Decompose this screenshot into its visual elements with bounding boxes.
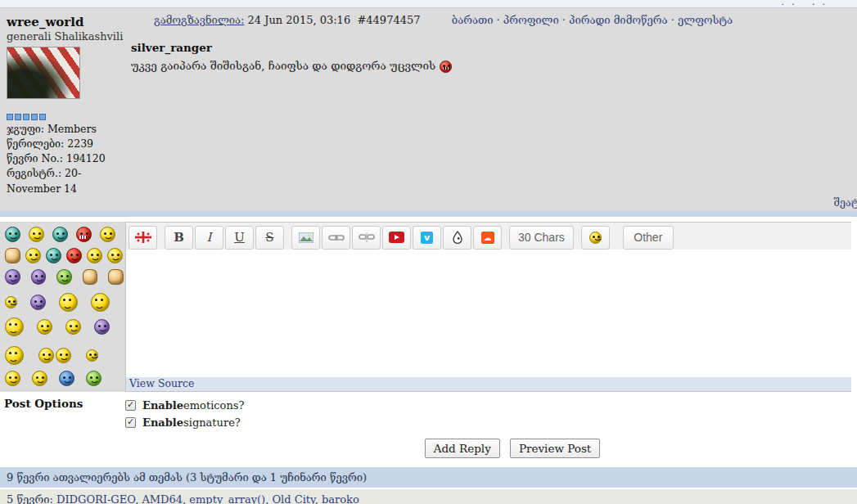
georgian-flag-button[interactable] [129,226,157,250]
emoticon-hanged[interactable] [5,346,24,365]
emoticon-cheers-b[interactable] [56,348,71,363]
emoticon-smile[interactable] [100,227,115,242]
underline-button[interactable]: U [225,226,254,250]
clipped-text-fragment: .. .. [782,0,832,7]
angry-emoji-icon [440,61,452,73]
post-author-column: wree_world generali Shalikashvili ჯგუფი:… [0,8,124,196]
emoticon-grin[interactable] [5,371,20,386]
emoticon-robot[interactable] [5,227,20,242]
emoticon-pacman[interactable] [107,248,123,263]
post-link-profile[interactable]: პროფილი [503,14,559,26]
preview-post-button[interactable]: Preview Post [510,439,600,458]
vimeo-button[interactable]: v [413,226,441,250]
viewers-bar: 9 წევრი ათვალიერებს ამ თემას (3 სტუმარი … [0,467,857,488]
view-source-row: View Source [126,377,851,391]
author-username[interactable]: wree_world [7,15,124,29]
emoticon-climber[interactable] [5,317,24,336]
add-reply-button[interactable]: Add Reply [425,439,500,458]
post-header: გამოგზავნილია: 24 Jun 2015, 03:16 #44974… [129,14,849,26]
post-date: 24 Jun 2015, 03:16 [248,14,351,26]
report-post-link[interactable]: შეატ [833,196,857,209]
youtube-icon [389,232,404,243]
author-post-count: წერილები: 2239 [7,137,124,151]
clipped-top-row: .. .. [0,0,857,8]
emoticon-scuba[interactable] [52,227,68,242]
member-link[interactable]: AMD64 [142,493,183,504]
insert-link-button[interactable] [322,226,350,250]
enable-emoticons-option: Enable emoticons? [125,397,244,414]
enable-emoticons-checkbox[interactable] [125,400,136,411]
emoticon-grape[interactable] [30,295,46,310]
post-link-pm[interactable]: პირადი მიმოწერა [569,14,668,26]
rank-pip [23,114,29,120]
post-link-email[interactable]: ელფოსტა [678,14,733,26]
member-link[interactable]: Old City [272,493,314,504]
quoted-post: silver_ranger უკვე გაიპარა შიშისგან, ჩაი… [131,41,849,73]
italic-button[interactable]: I [195,226,223,250]
author-registered: რეგისტრ.: 20-November 14 [7,166,124,196]
emoticon-inlove[interactable] [59,293,78,312]
reply-editor: B I U S [0,222,857,392]
emoticon-alien[interactable] [94,319,110,335]
emoticon-facepalm[interactable] [5,248,20,263]
soundcloud-button[interactable]: ☁ [473,226,502,250]
drop-media-button[interactable] [443,226,471,250]
reply-textarea[interactable] [126,250,851,377]
other-dropdown-button[interactable]: Other [623,226,674,250]
emoticon-hypno[interactable] [31,269,47,285]
emoticon-cold[interactable] [59,371,74,386]
active-members-bar: 5 წევრი: DIDGORI-GEO, AMD64, empty_array… [0,489,857,504]
emoticon-chick[interactable] [5,296,17,308]
editor-pane: B I U S [125,222,851,392]
soundcloud-icon: ☁ [481,232,494,244]
emoticon-wink2[interactable] [32,371,47,386]
member-link[interactable]: empty_array() [189,493,265,504]
view-source-link[interactable]: View Source [129,377,194,389]
chars-counter-button[interactable]: 30 Chars [509,226,574,250]
post-options-section: Post Options Enable emoticons? Enable si… [0,392,857,434]
reply-actions: Add Reply Preview Post [0,434,857,466]
emoticon-angry[interactable] [76,227,92,242]
posted-permalink[interactable]: გამოგზავნილია: [154,14,244,26]
emoticon-wink[interactable] [29,227,44,242]
emoticon-cheers-a[interactable] [38,348,54,363]
member-link[interactable]: baroko [322,493,359,504]
remove-link-button[interactable] [352,226,381,250]
author-member-title: generali Shalikashvili [7,30,124,43]
emoticon-laugh[interactable] [87,248,102,263]
emoticon-sick[interactable] [86,371,101,386]
emoticon-picker-button[interactable] [581,226,610,250]
post-body-column: გამოგზავნილია: 24 Jun 2015, 03:16 #44974… [124,8,857,196]
viewers-text: 9 წევრი ათვალიერებს ამ თემას (3 სტუმარი … [7,471,367,484]
emoticon-clown[interactable] [66,248,82,263]
emoticon-cool[interactable] [46,248,61,263]
bold-button[interactable]: B [165,226,193,250]
youtube-button[interactable] [382,226,411,250]
post-link-card[interactable]: ბარათი [452,14,494,26]
emoticon-leprechaun[interactable] [56,269,72,285]
enable-signature-checkbox[interactable] [125,417,136,428]
emoticon-bee-cool[interactable] [91,293,110,312]
image-icon [299,232,313,243]
post-options-list: Enable emoticons? Enable signature? [125,397,244,431]
member-rank-pips [7,110,124,119]
emoticon-cyclops[interactable] [5,269,20,285]
emoticon-thumbs-up[interactable] [83,269,98,285]
emoticon-rolleyes[interactable] [25,248,41,263]
emoticon-bee[interactable] [65,319,81,335]
drop-icon [452,231,463,245]
quote-text: უკვე გაიპარა შიშისგან, ჩაიფსა და დიდგორა… [131,59,849,73]
members-count-label: 5 წევრი: [7,493,53,504]
editor-toolbar: B I U S [126,223,851,250]
strikethrough-button[interactable]: S [255,226,284,250]
emoticon-sword[interactable] [86,349,98,362]
post-number: #44974457 [357,14,420,26]
insert-image-button[interactable] [291,226,320,250]
emoticon-wave[interactable] [108,269,124,285]
member-link[interactable]: DIDGORI-GEO [56,493,135,504]
georgian-flag-icon [135,232,151,243]
link-icon [328,233,345,242]
author-avatar[interactable] [7,47,80,99]
emoticon-flirt[interactable] [37,319,52,335]
forum-thread-page: .. .. wree_world generali Shalikashvili … [0,0,857,504]
